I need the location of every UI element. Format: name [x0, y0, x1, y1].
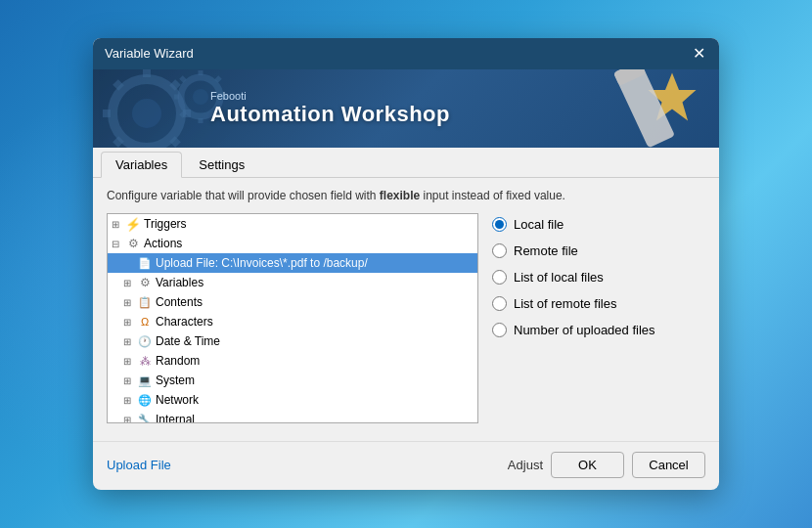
gear2-icon: ⚙ [137, 275, 153, 290]
main-panel: ⊞ ⚡ Triggers ⊟ ⚙ Actions 📄 Upload File: … [107, 213, 705, 423]
dialog-title: Variable Wizard [105, 46, 194, 61]
tabs-bar: Variables Settings [93, 148, 719, 178]
cancel-button[interactable]: Cancel [632, 452, 705, 478]
tree-toggle-internal[interactable]: ⊞ [123, 415, 137, 424]
tree-toggle-network[interactable]: ⊞ [123, 395, 137, 406]
tree-toggle-upload [123, 258, 137, 269]
radio-list-local[interactable] [492, 270, 507, 285]
option-number-uploaded[interactable]: Number of uploaded files [492, 323, 655, 337]
svg-line-8 [115, 139, 121, 145]
radio-number-uploaded[interactable] [492, 323, 507, 337]
tab-variables[interactable]: Variables [101, 152, 182, 178]
tree-item-system[interactable]: ⊞ 💻 System [108, 371, 477, 390]
tree-item-triggers[interactable]: ⊞ ⚡ Triggers [108, 214, 477, 234]
tree-toggle-triggers[interactable]: ⊞ [112, 219, 125, 230]
tree-panel[interactable]: ⊞ ⚡ Triggers ⊟ ⚙ Actions 📄 Upload File: … [107, 213, 478, 423]
tree-item-internal[interactable]: ⊞ 🔧 Internal [108, 410, 477, 423]
radio-remote-file[interactable] [492, 243, 507, 258]
bottom-bar: Upload File Adjust OK Cancel [93, 441, 719, 490]
book-icon: 📋 [137, 294, 153, 310]
tree-toggle-random[interactable]: ⊞ [123, 356, 137, 367]
tree-label-actions: Actions [144, 237, 182, 250]
system-icon: 💻 [137, 373, 153, 388]
tree-item-contents[interactable]: ⊞ 📋 Contents [108, 292, 477, 312]
option-local-file[interactable]: Local file [492, 217, 655, 232]
network-icon: 🌐 [137, 392, 153, 408]
label-list-remote: List of remote files [514, 296, 617, 311]
tree-item-upload-file[interactable]: 📄 Upload File: C:\Invoices\*.pdf to /bac… [108, 253, 477, 273]
banner: Febooti Automation Workshop [93, 69, 719, 148]
tree-label-variables: Variables [156, 276, 203, 289]
tree-item-random[interactable]: ⊞ ⁂ Random [108, 351, 477, 371]
tree-label-triggers: Triggers [144, 217, 187, 231]
upload-file-link[interactable]: Upload File [107, 458, 171, 472]
label-remote-file: Remote file [514, 243, 578, 258]
radio-local-file[interactable] [492, 217, 507, 232]
clock-icon: 🕐 [137, 333, 153, 349]
tree-label-network: Network [156, 393, 199, 407]
tree-toggle-actions[interactable]: ⊟ [112, 239, 125, 249]
description-text: Configure variable that will provide cho… [107, 188, 705, 204]
tree-toggle-datetime[interactable]: ⊞ [123, 336, 137, 347]
tree-label-characters: Characters [156, 315, 213, 329]
svg-line-7 [172, 139, 178, 145]
svg-point-11 [193, 89, 208, 105]
banner-right-decoration [563, 69, 719, 148]
tree-toggle-system[interactable]: ⊞ [123, 375, 137, 386]
svg-line-18 [181, 112, 185, 116]
banner-title: Automation Workshop [210, 102, 450, 127]
char-icon: Ω [137, 314, 153, 330]
bottom-right-buttons: Adjust OK Cancel [508, 452, 705, 478]
random-icon: ⁂ [137, 353, 153, 369]
tree-toggle-contents[interactable]: ⊞ [123, 297, 137, 308]
option-remote-file[interactable]: Remote file [492, 243, 655, 258]
tree-label-random: Random [156, 354, 200, 368]
lightning-icon: ⚡ [125, 216, 141, 232]
banner-title-area: Febooti Automation Workshop [210, 69, 450, 148]
gear-icon: ⚙ [125, 236, 141, 251]
tree-label-upload-file: Upload File: C:\Invoices\*.pdf to /backu… [156, 256, 368, 270]
internal-icon: 🔧 [137, 412, 153, 423]
banner-subtitle: Febooti [210, 90, 450, 102]
tree-label-internal: Internal [156, 413, 195, 423]
tree-item-datetime[interactable]: ⊞ 🕐 Date & Time [108, 331, 477, 351]
svg-point-1 [132, 99, 161, 128]
label-list-local: List of local files [514, 270, 604, 285]
tree-toggle-variables[interactable]: ⊞ [123, 278, 137, 288]
content-area: Configure variable that will provide cho… [93, 178, 719, 434]
tree-item-variables[interactable]: ⊞ ⚙ Variables [108, 273, 477, 292]
variable-wizard-dialog: Variable Wizard ✕ [93, 38, 719, 491]
close-button[interactable]: ✕ [686, 41, 711, 66]
tree-item-actions[interactable]: ⊟ ⚙ Actions [108, 234, 477, 253]
tree-label-contents: Contents [156, 295, 203, 309]
document-icon: 📄 [137, 255, 153, 271]
tree-item-characters[interactable]: ⊞ Ω Characters [108, 312, 477, 331]
tab-settings[interactable]: Settings [184, 152, 259, 177]
option-list-local[interactable]: List of local files [492, 270, 655, 285]
tree-label-system: System [156, 374, 195, 387]
title-bar: Variable Wizard ✕ [93, 38, 719, 69]
ok-button[interactable]: OK [551, 452, 624, 478]
svg-line-9 [172, 82, 178, 88]
tree-label-datetime: Date & Time [156, 334, 220, 348]
label-local-file: Local file [514, 217, 564, 232]
tree-toggle-characters[interactable]: ⊞ [123, 317, 137, 328]
tree-item-network[interactable]: ⊞ 🌐 Network [108, 390, 477, 410]
adjust-label: Adjust [508, 458, 543, 472]
svg-line-16 [181, 77, 185, 81]
label-number-uploaded: Number of uploaded files [514, 323, 655, 337]
option-list-remote[interactable]: List of remote files [492, 296, 655, 311]
svg-line-6 [115, 82, 121, 88]
radio-list-remote[interactable] [492, 296, 507, 311]
options-panel: Local file Remote file List of local fil… [492, 213, 655, 423]
